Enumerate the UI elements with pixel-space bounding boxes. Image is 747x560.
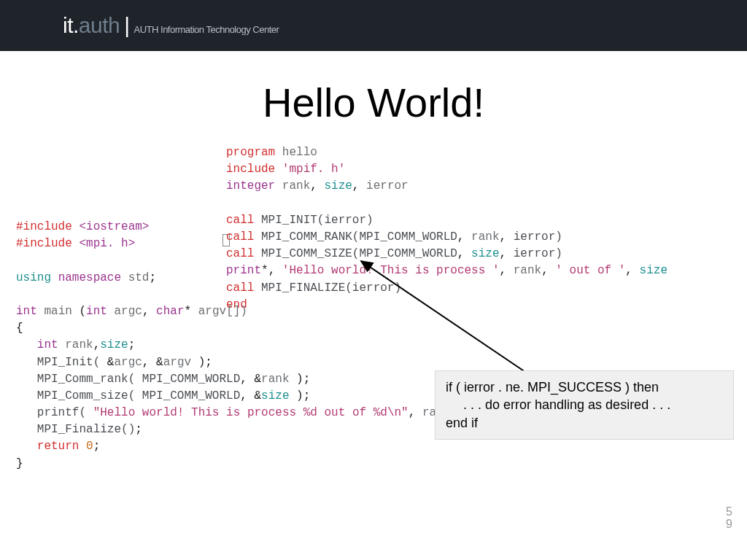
callout-line2: . . . do error handling as desired . . .: [446, 396, 723, 413]
logo-dot: .: [73, 13, 79, 37]
logo-it: it: [63, 13, 73, 37]
callout-line3: end if: [446, 416, 478, 430]
logo-auth: auth: [79, 13, 120, 37]
logo-tagline: AUTH Information Technology Center: [134, 24, 279, 35]
header-bar: it.auth|AUTH Information Technology Cent…: [0, 0, 747, 51]
slide: it.auth|AUTH Information Technology Cent…: [0, 0, 747, 560]
logo-separator: |: [120, 13, 133, 37]
logo: it.auth|AUTH Information Technology Cent…: [63, 13, 279, 38]
callout-line1: if ( ierror . ne. MPI_SUCCESS ) then: [446, 380, 659, 394]
page-number: 5 9: [726, 505, 732, 531]
slide-title: Hello World!: [0, 79, 747, 126]
callout-box: if ( ierror . ne. MPI_SUCCESS ) then . .…: [435, 370, 734, 440]
